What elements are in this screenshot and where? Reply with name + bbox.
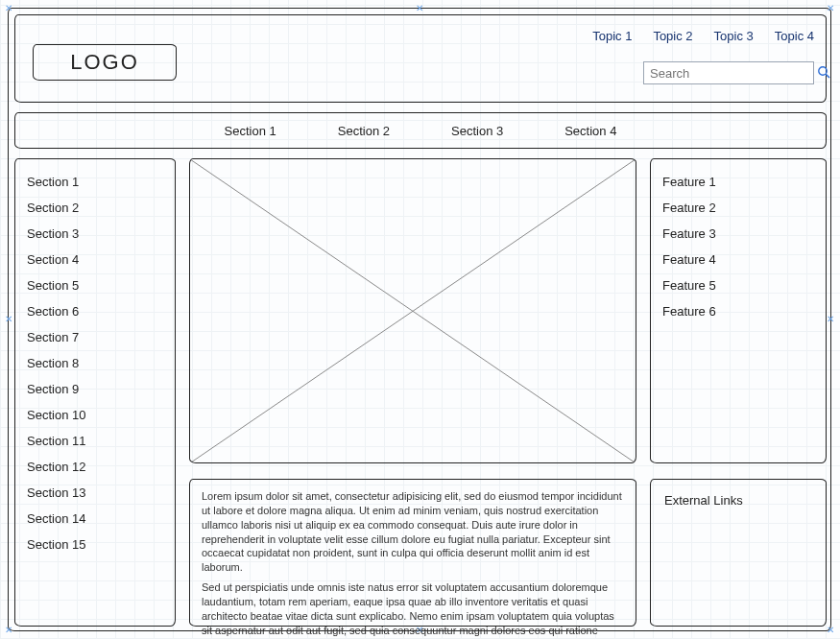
topic-link-1[interactable]: Topic 1 xyxy=(592,29,632,43)
section-nav-item-1[interactable]: Section 1 xyxy=(225,124,276,138)
sidebar-item[interactable]: Section 2 xyxy=(27,195,163,221)
sidebar-item[interactable]: Section 10 xyxy=(27,402,163,428)
handle-icon: ✕ xyxy=(827,5,834,12)
svg-point-0 xyxy=(819,66,827,74)
section-nav-item-4[interactable]: Section 4 xyxy=(564,124,616,138)
search-box[interactable] xyxy=(643,61,814,84)
body-paragraph: Lorem ipsum dolor sit amet, consectetur … xyxy=(202,489,624,575)
sidebar-item[interactable]: Section 14 xyxy=(27,506,163,532)
body-paragraph: Sed ut perspiciatis unde omnis iste natu… xyxy=(202,580,624,639)
body-text-block: Lorem ipsum dolor sit amet, consectetur … xyxy=(189,479,636,627)
external-links-box: External Links xyxy=(650,479,827,627)
sidebar-item[interactable]: Section 5 xyxy=(27,272,163,298)
sidebar-item[interactable]: Section 4 xyxy=(27,247,163,272)
header: LOGO Topic 1 Topic 2 Topic 3 Topic 4 xyxy=(14,14,827,103)
canvas: ✕ ✕ ✕ ✕ ✕ ✕ ✕ ✕ LOGO Topic 1 Topic 2 Top… xyxy=(8,8,831,631)
handle-icon: ✕ xyxy=(5,627,12,634)
sidebar-item[interactable]: Section 1 xyxy=(27,169,163,195)
feature-item[interactable]: Feature 2 xyxy=(662,195,814,221)
sidebar-item[interactable]: Section 6 xyxy=(27,298,163,324)
handle-icon: ✕ xyxy=(5,316,12,323)
handle-icon: ✕ xyxy=(827,316,834,323)
feature-item[interactable]: Feature 6 xyxy=(662,298,814,324)
search-input[interactable] xyxy=(644,66,817,81)
feature-item[interactable]: Feature 1 xyxy=(662,169,814,195)
hero-image-placeholder xyxy=(189,158,636,463)
sidebar-item[interactable]: Section 12 xyxy=(27,454,163,480)
logo[interactable]: LOGO xyxy=(33,44,177,81)
crossed-box-icon xyxy=(190,159,636,463)
section-nav: Section 1 Section 2 Section 3 Section 4 xyxy=(14,112,827,149)
sidebar-item[interactable]: Section 7 xyxy=(27,324,163,350)
feature-item[interactable]: Feature 4 xyxy=(662,247,814,272)
feature-list: Feature 1 Feature 2 Feature 3 Feature 4 … xyxy=(650,158,827,463)
sidebar-item[interactable]: Section 11 xyxy=(27,428,163,454)
handle-icon: ✕ xyxy=(416,5,423,12)
sidebar-item[interactable]: Section 8 xyxy=(27,350,163,376)
top-topic-nav: Topic 1 Topic 2 Topic 3 Topic 4 xyxy=(592,29,814,43)
feature-item[interactable]: Feature 3 xyxy=(662,221,814,247)
topic-link-4[interactable]: Topic 4 xyxy=(775,29,814,43)
topic-link-3[interactable]: Topic 3 xyxy=(714,29,754,43)
sidebar-item[interactable]: Section 9 xyxy=(27,376,163,402)
sidebar-item[interactable]: Section 3 xyxy=(27,221,163,247)
sidebar-item[interactable]: Section 13 xyxy=(27,480,163,506)
external-links-title: External Links xyxy=(664,493,743,508)
svg-line-1 xyxy=(826,74,829,78)
section-nav-item-3[interactable]: Section 3 xyxy=(451,124,503,138)
feature-item[interactable]: Feature 5 xyxy=(662,272,814,298)
section-nav-item-2[interactable]: Section 2 xyxy=(338,124,390,138)
search-icon[interactable] xyxy=(817,65,830,82)
handle-icon: ✕ xyxy=(827,627,834,634)
handle-icon: ✕ xyxy=(5,5,12,12)
sidebar-item[interactable]: Section 15 xyxy=(27,532,163,557)
topic-link-2[interactable]: Topic 2 xyxy=(653,29,692,43)
left-sidebar: Section 1 Section 2 Section 3 Section 4 … xyxy=(14,158,176,627)
